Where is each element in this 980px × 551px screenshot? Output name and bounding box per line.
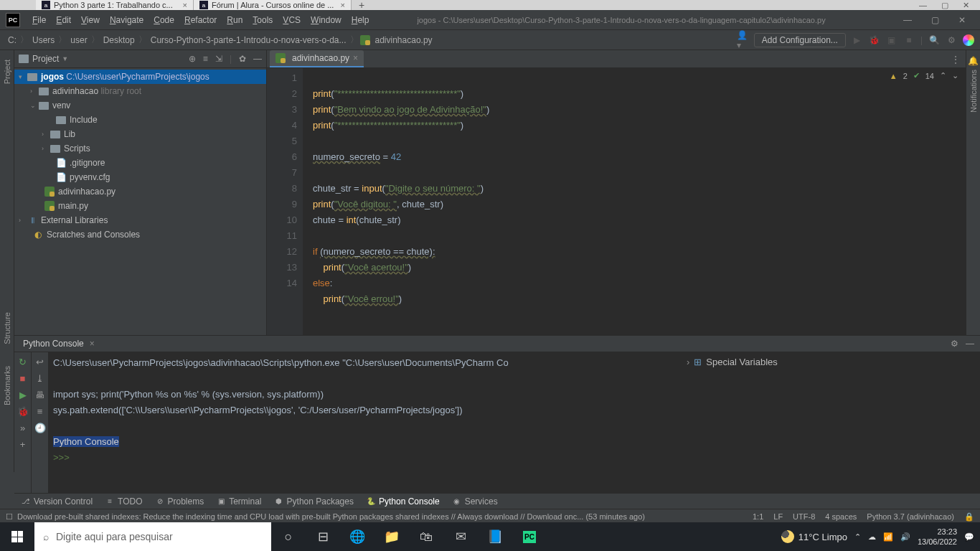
close-icon[interactable]: × xyxy=(341,1,345,9)
tree-scratches[interactable]: ◐Scratches and Consoles xyxy=(14,227,266,242)
wifi-icon[interactable]: 📶 xyxy=(883,532,893,542)
run-icon[interactable]: ▶ xyxy=(852,34,863,46)
tree-item[interactable]: adivinhacao.py xyxy=(14,184,266,199)
hide-icon[interactable]: — xyxy=(966,339,974,349)
search-icon[interactable]: 🔍 xyxy=(928,34,940,46)
tool-todo[interactable]: ≡TODO xyxy=(105,496,142,507)
interpreter[interactable]: Python 3.7 (adivinhacao) xyxy=(867,512,954,521)
hide-icon[interactable]: — xyxy=(253,54,262,64)
soft-wrap-icon[interactable]: ↩ xyxy=(36,357,44,367)
console-output[interactable]: C:\Users\user\PycharmProjects\jogos\adiv… xyxy=(49,352,679,493)
new-console-icon[interactable]: + xyxy=(20,439,26,450)
volume-icon[interactable]: 🔊 xyxy=(900,532,910,542)
tree-root[interactable]: ▾ jogos C:\Users\user\PycharmProjects\jo… xyxy=(14,70,266,84)
inspection-widget[interactable]: ▲2 ✔14 ⌃ ⌄ xyxy=(890,71,958,80)
collapse-all-icon[interactable]: ⇲ xyxy=(215,54,222,64)
tree-item[interactable]: Include xyxy=(14,113,266,127)
tree-item[interactable]: ›Scripts xyxy=(14,141,266,156)
browser-tab-2[interactable]: aFórum | Alura - Cursos online de ...× xyxy=(194,0,352,10)
variables-pane[interactable]: › ⊞ Special Variables xyxy=(679,352,980,493)
caret-position[interactable]: 1:1 xyxy=(753,512,763,521)
tool-terminal[interactable]: ▣Terminal xyxy=(217,496,261,507)
tree-item[interactable]: 📄pyvenv.cfg xyxy=(14,170,266,184)
file-encoding[interactable]: UTF-8 xyxy=(793,512,815,521)
scroll-end-icon[interactable]: ⤓ xyxy=(36,373,44,384)
chevron-right-icon[interactable]: › xyxy=(687,357,689,367)
tree-item[interactable]: ⌄venv xyxy=(14,98,266,113)
menu-code[interactable]: Code xyxy=(149,15,179,25)
menu-help[interactable]: Help xyxy=(347,15,374,25)
variables-icon[interactable]: ≡ xyxy=(37,406,43,417)
pycharm-taskbar-icon[interactable]: PC xyxy=(512,522,547,551)
taskbar-search[interactable]: ⌕ Digite aqui para pesquisar xyxy=(34,522,271,551)
notifications-tool-button[interactable]: Notifications xyxy=(969,66,978,116)
print-icon[interactable]: 🖶 xyxy=(35,390,44,400)
tree-external-libs[interactable]: ›⫴External Libraries xyxy=(14,213,266,227)
minimize-icon[interactable]: — xyxy=(919,1,927,10)
select-opened-icon[interactable]: ⊕ xyxy=(189,54,196,64)
menu-tools[interactable]: Tools xyxy=(248,15,278,25)
chevron-down-icon[interactable]: ⌄ xyxy=(952,71,958,80)
rerun-icon[interactable]: ↻ xyxy=(19,357,27,367)
user-icon[interactable]: 👤▾ xyxy=(737,34,748,46)
debug-console-icon[interactable]: 🐞 xyxy=(17,406,29,417)
close-icon[interactable]: ✕ xyxy=(963,1,969,10)
task-view-icon[interactable]: ○ xyxy=(271,522,306,551)
breadcrumb[interactable]: Desktop xyxy=(101,35,137,45)
maximize-icon[interactable]: ▢ xyxy=(941,1,948,10)
gear-icon[interactable]: ⚙ xyxy=(951,339,958,349)
event-log-icon[interactable]: ☐ xyxy=(6,512,13,522)
bell-icon[interactable]: 🔔 xyxy=(968,56,979,66)
chevron-up-icon[interactable]: ⌃ xyxy=(940,71,946,80)
notepad-icon[interactable]: 📘 xyxy=(478,522,512,551)
indent-setting[interactable]: 4 spaces xyxy=(825,512,857,521)
bookmarks-tool-button[interactable]: Bookmarks xyxy=(3,362,11,409)
explorer-icon[interactable]: 📁 xyxy=(374,522,409,551)
tool-problems[interactable]: ⊘Problems xyxy=(156,496,204,507)
menu-view[interactable]: View xyxy=(76,15,105,25)
stop-icon[interactable]: ■ xyxy=(20,373,26,384)
tray-chevron-icon[interactable]: ⌃ xyxy=(854,532,861,542)
maximize-button[interactable]: ▢ xyxy=(930,15,940,25)
tree-item[interactable]: 📄.gitignore xyxy=(14,156,266,170)
weather-widget[interactable]: 11°C Limpo xyxy=(781,530,847,543)
breadcrumb-file[interactable]: adivinhacao.py xyxy=(373,35,435,45)
close-button[interactable]: ✕ xyxy=(957,15,967,25)
gear-icon[interactable]: ✿ xyxy=(239,54,246,64)
breadcrumb[interactable]: Users xyxy=(30,35,57,45)
code-editor[interactable]: 1234567891011121314 print("*************… xyxy=(267,68,966,335)
tool-python-console[interactable]: 🐍Python Console xyxy=(367,496,440,507)
menu-file[interactable]: File xyxy=(27,15,51,25)
status-message[interactable]: Download pre-built shared indexes: Reduc… xyxy=(17,512,645,521)
more-icon[interactable]: ⋮ xyxy=(946,52,966,67)
notifications-tray-icon[interactable]: 💬 xyxy=(964,532,974,542)
settings-icon[interactable]: ⚙ xyxy=(946,34,957,46)
line-separator[interactable]: LF xyxy=(773,512,783,521)
close-icon[interactable]: × xyxy=(183,1,187,9)
tool-services[interactable]: ◉Services xyxy=(453,496,498,507)
menu-refactor[interactable]: Refactor xyxy=(179,15,222,25)
breadcrumb[interactable]: Curso-Python-3-parte-1-Introdu-o-nova-ve… xyxy=(149,35,349,45)
browser-tab-1[interactable]: aPython 3 parte 1: Trabalhando c...× xyxy=(36,0,194,10)
menu-vcs[interactable]: VCS xyxy=(278,15,306,25)
stop-icon[interactable]: ■ xyxy=(903,34,915,46)
tool-version-control[interactable]: ⎇Version Control xyxy=(22,496,93,507)
clock[interactable]: 23:2313/06/2022 xyxy=(918,527,957,547)
menu-run[interactable]: Run xyxy=(222,15,248,25)
minimize-button[interactable]: — xyxy=(903,15,913,25)
tree-item[interactable]: ›adivinhacao library root xyxy=(14,84,266,98)
cortana-icon[interactable]: ⊟ xyxy=(306,522,340,551)
lock-icon[interactable]: 🔒 xyxy=(964,512,974,522)
menu-window[interactable]: Window xyxy=(306,15,347,25)
code-with-me-icon[interactable] xyxy=(963,34,974,46)
menu-edit[interactable]: Edit xyxy=(51,15,76,25)
tool-python-packages[interactable]: ⬢Python Packages xyxy=(275,496,354,507)
debug-icon[interactable]: 🐞 xyxy=(869,34,880,46)
structure-tool-button[interactable]: Structure xyxy=(3,309,11,348)
store-icon[interactable]: 🛍 xyxy=(409,522,443,551)
console-tab[interactable]: Python Console xyxy=(20,339,87,349)
history-icon[interactable]: 🕘 xyxy=(34,423,46,433)
tree-item[interactable]: main.py xyxy=(14,199,266,213)
new-tab-button[interactable]: + xyxy=(352,0,372,11)
edge-icon[interactable]: 🌐 xyxy=(340,522,374,551)
